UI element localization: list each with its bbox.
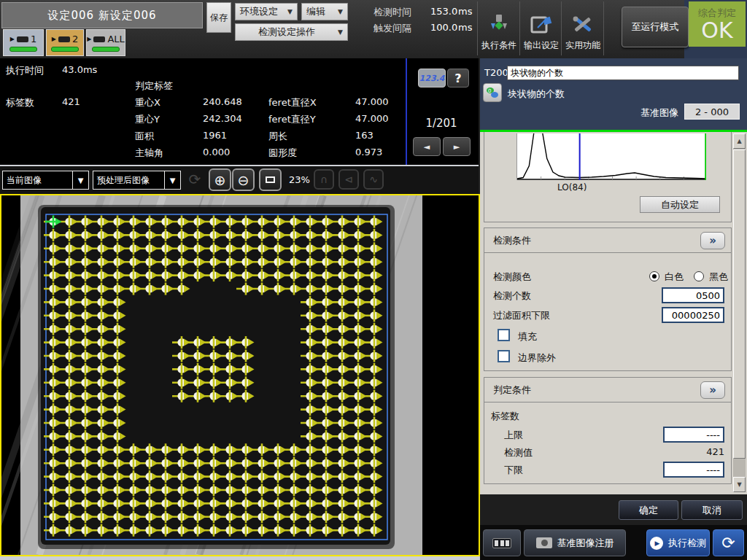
lo-threshold-label: LO(84) (557, 182, 587, 192)
zoom-out-button[interactable]: ⊖ (232, 168, 255, 191)
measured-value: 421 (663, 446, 724, 457)
ref-image-label: 基准图像 (640, 106, 678, 120)
scroll-down-button[interactable]: ▼ (733, 477, 746, 492)
judge-label-title: 判定标签 (135, 79, 173, 93)
tab-all[interactable]: ▶ALL (86, 29, 125, 56)
black-radio[interactable] (694, 271, 704, 281)
judge-expand-button[interactable]: » (700, 381, 725, 399)
unit-bar-icon (58, 36, 70, 42)
help-button[interactable]: ? (447, 69, 469, 88)
measure-settings-menu[interactable]: 检测设定操作▼ (235, 23, 348, 41)
unit-name-input[interactable] (507, 66, 739, 80)
chevron-down-icon: ▼ (338, 8, 343, 15)
unit-bar-icon (93, 36, 105, 42)
chevron-down-icon: ▼ (287, 8, 293, 15)
play-icon: ▶ (87, 36, 91, 42)
wrench-icon (570, 13, 595, 36)
exec-condition-button[interactable]: 执行条件 (479, 1, 519, 56)
zoom-in-button[interactable]: ⊕ (209, 168, 231, 191)
white-radio[interactable] (649, 271, 659, 281)
edit-menu[interactable]: 编辑▼ (301, 3, 348, 20)
unit-id: T200 (484, 67, 508, 78)
fill-checkbox[interactable] (498, 329, 510, 341)
run-mode-button[interactable]: 至运行模式 (622, 7, 689, 47)
left-arrow-icon: ◄ (424, 142, 430, 152)
flow-condition-icon (487, 13, 511, 36)
ref-image-value-button[interactable]: 2 - 000 (684, 104, 740, 120)
blob-count-icon: 0 (483, 83, 502, 102)
zoom-percent: 23% (289, 174, 310, 185)
scrollbar-thumb[interactable] (733, 149, 746, 459)
judge-condition-section: 判定条件 » 标签数 上限 检测值 421 下限 (484, 377, 732, 484)
measure-time-label: 检测时间 (374, 6, 411, 19)
auto-set-button[interactable]: 自动设定 (640, 196, 720, 213)
lower-limit-input[interactable] (663, 462, 724, 478)
filmstrip-icon (492, 538, 511, 548)
fit-screen-button[interactable] (259, 168, 282, 191)
prev-page-button[interactable]: ◄ (413, 137, 441, 156)
settings-scrollbar[interactable]: ▲ ▼ (733, 133, 746, 492)
vision-app-window: 设定006 新设定006 保存 环境设定▼ 编辑▼ 检测设定操作▼ 检测时间 1… (0, 0, 747, 560)
retest-sync-button[interactable]: ⟳ (713, 529, 744, 556)
utility-button[interactable]: 实用功能 (562, 1, 603, 56)
scroll-up-button[interactable]: ▲ (733, 133, 746, 149)
output-icon (529, 13, 554, 36)
svg-text:0: 0 (488, 88, 491, 94)
ok-button[interactable]: 确定 (619, 500, 678, 520)
results-divider (406, 58, 407, 165)
detect-expand-button[interactable]: » (700, 232, 725, 249)
judge-section-title: 判定条件 (493, 384, 531, 397)
right-arrow-icon: ► (454, 142, 460, 152)
cancel-button[interactable]: 取消 (681, 500, 743, 520)
tab-status-bar (9, 47, 37, 52)
tab-status-bar (92, 47, 120, 52)
histogram-section: LO(84) 自动设定 (484, 132, 732, 222)
judge-value: OK (701, 20, 732, 42)
image-source-select[interactable]: 当前图像 ▼ (2, 171, 89, 190)
chevron-down-icon: ▼ (164, 171, 180, 189)
next-page-button[interactable]: ► (443, 137, 471, 156)
page-indicator: 1/201 (409, 117, 474, 130)
fit-rect-icon (266, 176, 275, 183)
image-log-button[interactable] (483, 529, 521, 556)
exec-time-value: 43.0ms (62, 64, 97, 75)
tab-status-bar (51, 47, 79, 52)
numeric-display-button[interactable]: 123.4 (418, 69, 446, 88)
chip-image-svg (1, 195, 479, 555)
detect-section-title: 检测条件 (493, 234, 531, 247)
chevron-down-icon: ▼ (338, 28, 343, 36)
output-settings-button[interactable]: 输出设定 (521, 1, 562, 56)
image-adjust-button[interactable]: ∿ (363, 169, 384, 190)
scene-title: 设定006 新设定006 (1, 2, 203, 28)
tab-line2-active[interactable]: ▶2 (46, 29, 84, 56)
tab-line1[interactable]: ▶1 (3, 29, 44, 56)
save-button[interactable]: 保存 (206, 2, 231, 33)
play-icon: ▶ (650, 537, 663, 550)
sync-icon: ⟳ (721, 534, 735, 552)
back-view-button[interactable]: ⊲ (338, 169, 359, 190)
upper-limit-input[interactable] (663, 427, 724, 443)
camera-icon (536, 537, 552, 548)
ref-image-register-button[interactable]: 基准图像注册 (524, 529, 626, 556)
histogram-panel (516, 133, 706, 180)
environment-menu[interactable]: 环境设定▼ (235, 3, 298, 20)
run-test-button[interactable]: ▶ 执行检测 (646, 529, 710, 556)
settings-scroll-area: LO(84) 自动设定 检测条件 » 检测颜色 白色 黑色 检测个数 过滤面积下… (480, 132, 747, 494)
measure-time-value: 153.0 (430, 6, 457, 17)
camera-image-viewport[interactable] (0, 194, 480, 556)
image-view-select[interactable]: 预处理后图像 ▼ (93, 171, 181, 190)
histogram-svg (517, 133, 706, 180)
exec-time-label: 执行时间 (6, 64, 44, 77)
detect-count-input[interactable] (662, 287, 724, 303)
label-count-value: 421 (62, 96, 80, 107)
edge-exclude-checkbox[interactable] (498, 350, 510, 362)
profile-view-button[interactable]: ∩ (314, 169, 334, 190)
trigger-interval-value: 100.0 (430, 22, 457, 33)
trigger-interval-label: 触发间隔 (374, 22, 411, 35)
unit-bar-icon (17, 36, 28, 42)
refresh-icon: ⟳ (185, 169, 204, 190)
overall-judgement: 综合判定 OK (689, 1, 746, 47)
filter-area-input[interactable] (662, 307, 724, 323)
detect-condition-section: 检测条件 » 检测颜色 白色 黑色 检测个数 过滤面积下限 填充 边界除外 (484, 228, 732, 371)
unit-title: 块状物的个数 (508, 88, 565, 101)
